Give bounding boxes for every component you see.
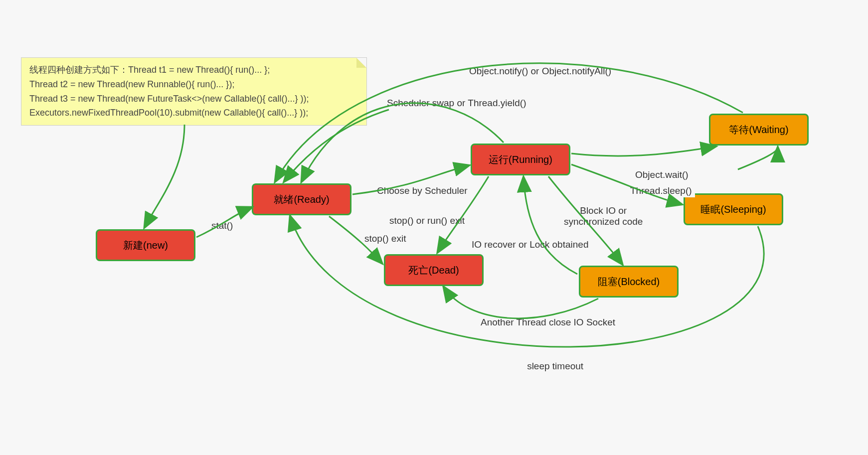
state-blocked[interactable]: 阻塞(Blocked) bbox=[579, 266, 679, 298]
state-label: 阻塞(Blocked) bbox=[598, 275, 660, 289]
edge-label-recover: IO recover or Lock obtained bbox=[469, 238, 591, 251]
edge-label-choose: Choose by Scheduler bbox=[374, 184, 471, 197]
state-running[interactable]: 运行(Running) bbox=[471, 144, 570, 175]
state-ready[interactable]: 就绪(Ready) bbox=[252, 183, 351, 215]
edge-label-stop-exit: stop() exit bbox=[361, 232, 409, 245]
diagram-canvas: 线程四种创建方式如下：Thread t1 = new Thread(){ run… bbox=[0, 0, 868, 455]
edge-running-to-waiting bbox=[571, 147, 715, 156]
edge-label-sleep: Thread.sleep() bbox=[627, 184, 695, 197]
edge-label-stop-run: stop() or run() exit bbox=[386, 214, 468, 227]
edge-label-block: Block IO or synchronized code bbox=[561, 204, 646, 228]
note-line: Thread t2 = new Thread(new Runnable(){ r… bbox=[29, 77, 358, 92]
edge-note-to-new bbox=[145, 125, 184, 227]
state-label: 等待(Waiting) bbox=[729, 123, 788, 137]
note-line: 线程四种创建方式如下：Thread t1 = new Thread(){ run… bbox=[29, 63, 358, 77]
note-fold-icon bbox=[356, 58, 366, 68]
thread-creation-note: 线程四种创建方式如下：Thread t1 = new Thread(){ run… bbox=[21, 57, 367, 126]
edge-label-sleep-timeout: sleep timeout bbox=[527, 361, 583, 371]
state-label: 新建(new) bbox=[123, 239, 168, 252]
state-label: 就绪(Ready) bbox=[274, 193, 329, 206]
note-line: Thread t3 = new Thread(new FutureTask<>(… bbox=[29, 92, 358, 106]
state-label: 运行(Running) bbox=[489, 153, 552, 166]
state-sleeping[interactable]: 睡眠(Sleeping) bbox=[684, 193, 783, 225]
note-line: Executors.newFixedThreadPool(10).submit(… bbox=[29, 106, 358, 120]
state-label: 死亡(Dead) bbox=[408, 264, 459, 277]
edge-label-start: stat() bbox=[208, 219, 236, 232]
edge-label-notify: Object.notify() or Object.notifyAll() bbox=[466, 65, 614, 78]
state-new[interactable]: 新建(new) bbox=[96, 229, 195, 261]
edge-blocked-to-dead bbox=[444, 287, 598, 318]
edge-label-wait: Object.wait() bbox=[632, 168, 692, 181]
edge-into-waiting bbox=[738, 148, 778, 169]
state-dead[interactable]: 死亡(Dead) bbox=[384, 254, 484, 286]
state-waiting[interactable]: 等待(Waiting) bbox=[709, 114, 809, 146]
edge-label-close-socket: Another Thread close IO Socket bbox=[478, 316, 618, 329]
state-label: 睡眠(Sleeping) bbox=[700, 203, 766, 216]
edge-label-swap: Scheduler swap or Thread.yield() bbox=[384, 97, 529, 110]
